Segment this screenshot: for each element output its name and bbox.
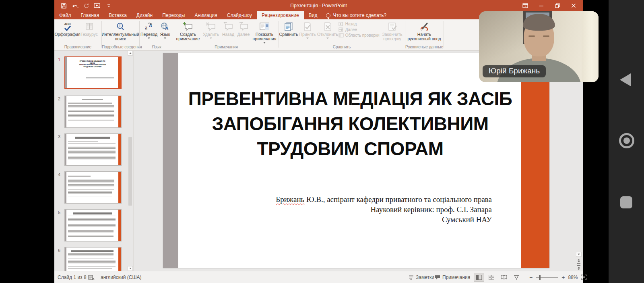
redo-icon[interactable] <box>83 2 90 9</box>
close-icon[interactable] <box>567 1 580 10</box>
group-proofing: ABC Орфография Тезаурус Правописание <box>55 19 101 50</box>
zoom-slider[interactable] <box>536 277 558 278</box>
end-review-button[interactable]: Закончить проверку <box>380 20 405 41</box>
zoom-level[interactable]: 88% <box>568 275 578 280</box>
spellcheck-status-icon[interactable] <box>88 271 95 283</box>
language-button[interactable]: А Язык <box>157 20 173 39</box>
supervisor-line: Науковий керівник: проф. С.І. Запара <box>276 204 492 214</box>
customize-qat-icon[interactable] <box>105 2 112 9</box>
undo-icon[interactable] <box>71 2 78 9</box>
fit-to-window-button[interactable] <box>581 275 587 280</box>
android-back-icon[interactable] <box>620 73 631 86</box>
dropdown-arrow-icon <box>263 42 266 44</box>
author-line: Брижань Ю.В., аспірант кафедри приватног… <box>276 194 492 204</box>
slide-thumbnail-4[interactable] <box>64 171 122 204</box>
accept-button[interactable]: Принять <box>298 20 317 39</box>
smart-lookup-button[interactable]: Интеллектуальный поиск <box>102 20 138 41</box>
slide-sorter-view-button[interactable] <box>486 273 497 282</box>
scroll-down-button[interactable] <box>128 266 133 271</box>
next-slide-button[interactable] <box>576 265 582 270</box>
compare-next-button[interactable]: Далее <box>339 27 380 32</box>
quick-access-toolbar <box>54 2 112 9</box>
tab-insert[interactable]: Вставка <box>104 11 132 19</box>
group-compare: Сравнить Принять Отклонить <box>279 19 405 50</box>
previous-comment-button[interactable]: Назад <box>221 20 236 37</box>
next-comment-icon <box>238 21 249 32</box>
comments-toggle[interactable]: Примечания <box>435 271 470 283</box>
notes-icon <box>409 275 414 280</box>
tab-file[interactable]: Файл <box>54 11 76 19</box>
tab-animations[interactable]: Анимация <box>190 11 222 19</box>
reviewing-pane-button[interactable]: Область проверки <box>339 33 380 37</box>
slide-thumbnail-6[interactable] <box>64 247 122 271</box>
save-icon[interactable] <box>60 2 67 9</box>
show-comments-button[interactable]: Показать примечания <box>251 20 278 44</box>
normal-view-button[interactable] <box>474 273 484 282</box>
new-comment-button[interactable]: Создать примечание <box>175 20 201 41</box>
minimize-icon[interactable] <box>535 1 548 10</box>
scroll-up-button[interactable] <box>128 51 133 56</box>
slideshow-view-button[interactable] <box>511 273 522 282</box>
comments-icon <box>435 275 440 280</box>
group-label-compare: Сравнить <box>279 45 405 49</box>
group-insights: Интеллектуальный поиск Подробные сведени… <box>102 19 139 50</box>
ribbon-display-options-icon[interactable] <box>518 1 532 10</box>
slide-counter[interactable]: Слайд 1 из 8 <box>58 271 87 283</box>
slide-thumbnail-3[interactable] <box>64 133 122 166</box>
tab-transitions[interactable]: Переходы <box>157 11 190 19</box>
scroll-down-button[interactable] <box>576 252 582 257</box>
group-label-language: Язык <box>140 45 173 49</box>
compare-previous-button[interactable]: Назад <box>339 22 380 26</box>
delete-comment-button[interactable]: Удалить <box>201 20 221 39</box>
start-inking-button[interactable]: Начать рукописный ввод <box>406 20 443 41</box>
slide-orange-bar <box>521 53 549 268</box>
slide-title[interactable]: ПРЕВЕНТИВНА МЕДІАЦІЯ ЯК ЗАСІБ ЗАПОБІГАНН… <box>187 86 513 161</box>
lightbulb-icon <box>326 13 330 18</box>
translate-button[interactable]: аА Перевод <box>140 20 157 39</box>
group-comments: Создать примечание Удалить Назад <box>174 19 278 50</box>
tab-slideshow[interactable]: Слайд-шоу <box>222 11 257 19</box>
zoom-slider-thumb[interactable] <box>539 275 541 280</box>
slide-thumbnail-5[interactable] <box>64 209 122 241</box>
spelling-button[interactable]: ABC Орфография <box>56 20 79 37</box>
reading-view-button[interactable] <box>499 273 509 282</box>
previous-slide-button[interactable] <box>576 259 582 264</box>
zoom-controls: − + 88% <box>529 271 587 283</box>
thumbnail-number: 4 <box>58 172 60 177</box>
next-comment-button[interactable]: Далее <box>236 20 251 37</box>
language-status[interactable]: английский (США) <box>101 271 141 283</box>
tab-view[interactable]: Вид <box>304 11 322 19</box>
restore-icon[interactable] <box>551 1 564 10</box>
arrow-down-icon <box>578 254 580 255</box>
slide-thumbnail-1[interactable]: ПРЕВЕНТИВНА МЕДІАЦІЯ ЯК ЗАСІБ ЗАПОБІГАНН… <box>64 56 122 89</box>
reject-button[interactable]: Отклонить <box>317 20 339 39</box>
notes-toggle[interactable]: Заметки <box>409 271 434 283</box>
slide-canvas[interactable]: ПРЕВЕНТИВНА МЕДІАЦІЯ ЯК ЗАСІБ ЗАПОБІГАНН… <box>163 53 549 268</box>
thumb-author-lines <box>86 77 114 81</box>
accept-icon <box>303 21 312 32</box>
main-scrollbar[interactable] <box>576 51 582 271</box>
workspace: 1 ПРЕВЕНТИВНА МЕДІАЦІЯ ЯК ЗАСІБ ЗАПОБІГА… <box>54 51 583 271</box>
tell-me-search[interactable]: Что вы хотите сделать? <box>322 11 390 19</box>
scrollbar-thumb[interactable] <box>128 137 132 206</box>
view-buttons <box>474 271 522 283</box>
compare-button[interactable]: Сравнить <box>279 20 298 37</box>
start-slideshow-icon[interactable] <box>94 2 101 9</box>
thumbnail-scrollbar[interactable] <box>128 51 133 271</box>
zoom-in-button[interactable]: + <box>561 274 565 281</box>
thesaurus-button[interactable]: Тезаурус <box>79 20 100 37</box>
reject-icon <box>323 21 332 32</box>
tab-design[interactable]: Дизайн <box>132 11 157 19</box>
webcam-video[interactable]: Юрій Брижань <box>479 11 599 82</box>
android-home-icon[interactable] <box>619 133 634 148</box>
group-label-ink: Рукописные данные <box>405 45 443 49</box>
group-label-comments: Примечания <box>174 45 278 49</box>
slide-author-block[interactable]: Брижань Ю.В., аспірант кафедри приватног… <box>276 194 492 225</box>
android-recents-icon[interactable] <box>620 196 632 208</box>
tab-home[interactable]: Главная <box>76 11 104 19</box>
zoom-out-button[interactable]: − <box>529 274 533 281</box>
tab-review[interactable]: Рецензирование <box>257 11 304 19</box>
group-label-proofing: Правописание <box>55 45 101 49</box>
slide-thumbnail-2[interactable] <box>64 96 122 128</box>
svg-text:А: А <box>165 26 169 31</box>
